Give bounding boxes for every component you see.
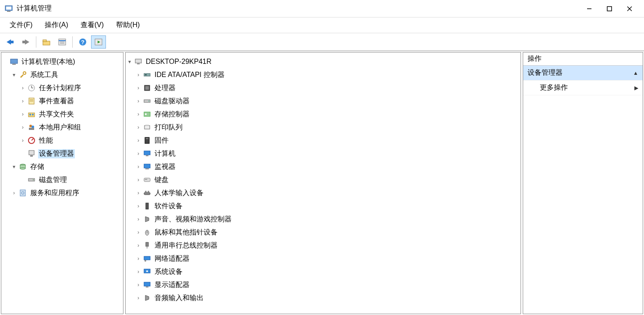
users-icon	[27, 122, 36, 132]
tree-device-manager[interactable]: 设备管理器	[1, 147, 123, 160]
device-icon	[142, 83, 152, 93]
menu-view[interactable]: 查看(V)	[74, 19, 110, 32]
menu-file[interactable]: 文件(F)	[4, 19, 39, 32]
device-icon	[142, 96, 152, 106]
device-category[interactable]: ›软件设备	[126, 200, 521, 213]
expand-icon[interactable]: ›	[19, 124, 27, 130]
more-actions-label: 更多操作	[540, 83, 568, 92]
expand-icon[interactable]: ›	[134, 85, 142, 91]
device-category[interactable]: ›声音、视频和游戏控制器	[126, 213, 521, 226]
expand-icon[interactable]: ›	[134, 295, 142, 301]
tree-shared-folders[interactable]: › 共享文件夹	[1, 108, 123, 121]
tree-root-computer-mgmt[interactable]: 计算机管理(本地)	[1, 55, 123, 68]
expand-icon[interactable]: ›	[134, 256, 142, 262]
tree-system-tools[interactable]: ▾ 系统工具	[1, 68, 123, 81]
tree-local-users[interactable]: › 本地用户和组	[1, 121, 123, 134]
minimize-button[interactable]	[579, 0, 599, 18]
device-label: 监视器	[154, 162, 176, 172]
device-category[interactable]: ›存储控制器	[126, 108, 521, 121]
expand-icon[interactable]: ›	[134, 216, 142, 222]
expand-icon[interactable]: ›	[134, 137, 142, 144]
expand-icon[interactable]: ›	[19, 137, 27, 144]
more-actions[interactable]: 更多操作 ▶	[523, 80, 643, 95]
device-icon	[142, 293, 152, 303]
device-manager-icon	[27, 149, 36, 158]
expand-icon[interactable]: ›	[134, 282, 142, 288]
svg-rect-73	[146, 247, 148, 248]
tree-storage[interactable]: ▾ 存储	[1, 160, 123, 173]
device-category[interactable]: ›处理器	[126, 81, 521, 94]
device-category[interactable]: ›通用串行总线控制器	[126, 239, 521, 252]
device-category[interactable]: ›固件	[126, 134, 521, 147]
svg-point-77	[146, 270, 148, 272]
device-category[interactable]: ›监视器	[126, 160, 521, 173]
expand-icon[interactable]: ›	[134, 150, 142, 157]
up-button[interactable]	[39, 35, 54, 49]
expand-icon[interactable]: ›	[19, 85, 27, 91]
device-category[interactable]: ›磁盘驱动器	[126, 94, 521, 108]
right-panel: 操作 设备管理器 ▲ 更多操作 ▶	[523, 52, 643, 314]
tree-event-viewer[interactable]: › 事件查看器	[1, 94, 123, 108]
tree-label: 系统工具	[29, 70, 59, 80]
tree-label: 本地用户和组	[38, 123, 82, 132]
device-label: 人体学输入设备	[154, 189, 204, 198]
tree-disk-mgmt[interactable]: 磁盘管理	[1, 173, 123, 186]
device-category[interactable]: ›键盘	[126, 173, 521, 186]
expand-icon[interactable]: ›	[134, 242, 142, 248]
svg-rect-1	[6, 7, 11, 10]
svg-rect-66	[144, 192, 150, 195]
actions-section[interactable]: 设备管理器 ▲	[523, 66, 643, 80]
collapse-icon[interactable]: ▾	[126, 59, 134, 65]
svg-rect-72	[146, 242, 148, 246]
device-category[interactable]: ›音频输入和输出	[126, 291, 521, 304]
tree-label: 设备管理器	[38, 149, 75, 158]
expand-icon[interactable]: ›	[134, 124, 142, 130]
device-category[interactable]: ›网络适配器	[126, 252, 521, 265]
expand-icon[interactable]: ›	[134, 229, 142, 235]
expand-icon[interactable]: ›	[134, 203, 142, 209]
expand-icon[interactable]: ›	[134, 190, 142, 196]
device-category[interactable]: ›系统设备	[126, 265, 521, 278]
device-label: 键盘	[154, 175, 169, 185]
expand-icon[interactable]: ›	[10, 190, 18, 196]
tree-performance[interactable]: › 性能	[1, 134, 123, 147]
device-label: 计算机	[154, 149, 176, 158]
svg-rect-48	[145, 74, 147, 75]
expand-icon[interactable]: ›	[19, 111, 27, 117]
maximize-button[interactable]	[599, 0, 619, 18]
menu-action[interactable]: 操作(A)	[39, 19, 74, 32]
tree-services[interactable]: › 服务和应用程序	[1, 186, 123, 200]
device-category[interactable]: ›计算机	[126, 147, 521, 160]
forward-button[interactable]	[18, 35, 33, 49]
properties-button[interactable]	[55, 35, 70, 49]
svg-rect-33	[29, 128, 34, 130]
left-panel: 计算机管理(本地) ▾ 系统工具 › 任务计划程序 › 事件查看器 › 共享文件…	[1, 52, 123, 314]
device-root[interactable]: ▾ DESKTOP-29KP41R	[126, 55, 521, 68]
menu-help[interactable]: 帮助(H)	[110, 19, 146, 32]
expand-icon[interactable]: ›	[134, 269, 142, 275]
back-button[interactable]	[3, 35, 18, 49]
expand-icon[interactable]: ›	[134, 72, 142, 78]
close-button[interactable]	[619, 0, 640, 18]
svg-point-67	[145, 191, 147, 192]
collapse-icon[interactable]: ▾	[10, 72, 18, 78]
device-category[interactable]: ›打印队列	[126, 121, 521, 134]
expand-icon[interactable]: ›	[134, 111, 142, 117]
device-category[interactable]: ›显示适配器	[126, 278, 521, 291]
storage-icon	[18, 162, 28, 172]
tree-task-scheduler[interactable]: › 任务计划程序	[1, 81, 123, 94]
collapse-icon[interactable]: ▾	[10, 164, 18, 170]
device-category[interactable]: ›IDE ATA/ATAPI 控制器	[126, 68, 521, 81]
svg-rect-60	[146, 155, 148, 156]
device-icon	[142, 241, 152, 250]
svg-rect-2	[7, 11, 11, 12]
device-category[interactable]: ›鼠标和其他指针设备	[126, 226, 521, 239]
device-category[interactable]: ›人体学输入设备	[126, 186, 521, 200]
refresh-button[interactable]	[91, 35, 106, 49]
expand-icon[interactable]: ›	[134, 177, 142, 183]
expand-icon[interactable]: ›	[19, 98, 27, 104]
expand-icon[interactable]: ›	[134, 98, 142, 104]
help-button[interactable]: ?	[75, 35, 90, 49]
expand-icon[interactable]: ›	[134, 164, 142, 170]
svg-point-52	[148, 101, 149, 102]
